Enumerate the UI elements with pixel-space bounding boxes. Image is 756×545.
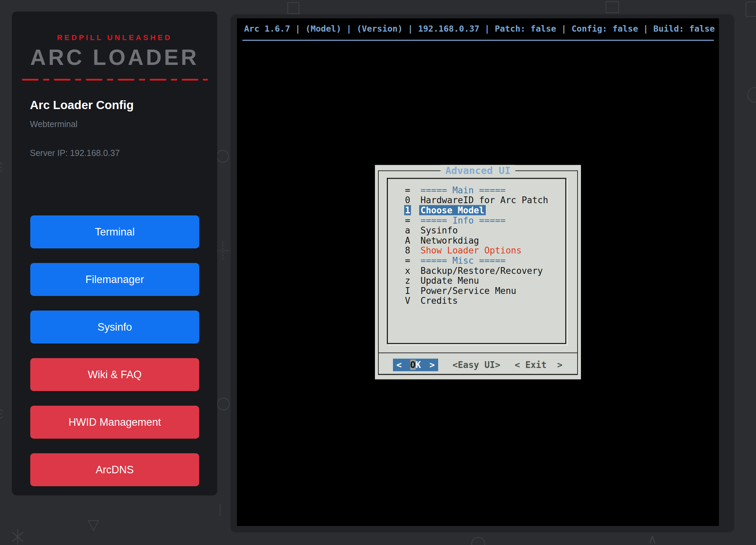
sidebar: REDPILL UNLEASHED ARC LOADER Arc Loader … xyxy=(12,12,217,495)
menu-key: 0 xyxy=(404,195,411,205)
asterisk-icon xyxy=(10,529,26,545)
menu-item-sysinfo[interactable]: a Sysinfo xyxy=(388,225,565,235)
menu-label: ===== Misc ===== xyxy=(420,255,505,265)
menu-label: Choose Model xyxy=(419,205,486,215)
circle-outline-icon xyxy=(216,150,229,163)
menu-item-update-menu[interactable]: z Update Menu xyxy=(388,276,565,286)
ok-label: OK xyxy=(410,360,421,370)
menu-item-hardwareid[interactable]: 0 HardwareID for Arc Patch xyxy=(388,195,565,205)
wiki-faq-button[interactable]: Wiki & FAQ xyxy=(30,358,199,391)
square-outline-icon xyxy=(287,2,299,14)
caret-icon: ∧ xyxy=(648,533,657,545)
menu-item-show-loader-options[interactable]: 8 Show Loader Options xyxy=(388,245,565,256)
arcdns-button[interactable]: ArcDNS xyxy=(30,453,199,486)
terminal-panel: Arc 1.6.7 | (Model) | (Version) | 192.16… xyxy=(230,14,734,532)
menu-key: x xyxy=(404,265,411,276)
menu-key: V xyxy=(404,296,411,306)
arc-loader-page: ▽ ∧ REDPILL UNLEASHED ARC LOADER Arc Loa… xyxy=(0,0,756,545)
easy-ui-button[interactable]: <Easy UI> xyxy=(452,358,500,371)
menu-key: = xyxy=(404,185,411,195)
server-ip-label: Server IP: 192.168.0.37 xyxy=(30,148,217,158)
menu-item-credits[interactable]: V Credits xyxy=(388,296,565,306)
menu-item-power-service[interactable]: I Power/Service Menu xyxy=(388,285,565,296)
burst-icon xyxy=(0,157,11,176)
status-bar-underline xyxy=(242,40,714,41)
menu-label: Backup/Restore/Recovery xyxy=(420,265,543,276)
menu-key: = xyxy=(404,255,411,265)
menu-item-info-header[interactable]: = ===== Info ===== xyxy=(388,215,565,225)
brand-redpill-text: REDPILL UNLEASHED xyxy=(12,33,217,42)
menu-key: a xyxy=(404,225,411,235)
tick-icon xyxy=(220,504,221,516)
terminal-screen[interactable]: Arc 1.6.7 | (Model) | (Version) | 192.16… xyxy=(237,18,719,526)
ok-left-bracket: < xyxy=(396,360,402,370)
menu-label: Sysinfo xyxy=(420,225,458,235)
brand-dashed-rule xyxy=(22,79,208,81)
exit-button[interactable]: < Exit > xyxy=(515,358,563,371)
terminal-button[interactable]: Terminal xyxy=(30,215,199,248)
dialog-button-separator xyxy=(378,353,578,353)
menu-item-backup-restore[interactable]: x Backup/Restore/Recovery xyxy=(388,265,565,276)
dialog-button-row: < OK > <Easy UI> < Exit > xyxy=(393,358,563,371)
hwid-management-button[interactable]: HWID Management xyxy=(30,406,199,439)
menu-key: z xyxy=(404,276,411,286)
menu-label: Power/Service Menu xyxy=(420,285,516,296)
menu-label: Show Loader Options xyxy=(420,245,521,256)
menu-label: Credits xyxy=(420,296,458,306)
brand-arcloader-text: ARC LOADER xyxy=(12,45,217,70)
filemanager-button[interactable]: Filemanager xyxy=(30,263,199,296)
square-outline-icon xyxy=(745,1,756,17)
advanced-ui-dialog: Advanced UI = ===== Main ===== 0 Hardwar… xyxy=(375,165,581,380)
dialog-menu: = ===== Main ===== 0 HardwareID for Arc … xyxy=(387,178,566,344)
ok-cursor: O xyxy=(410,360,416,370)
terminal-status-bar: Arc 1.6.7 | (Model) | (Version) | 192.16… xyxy=(244,24,715,34)
page-title: Arc Loader Config xyxy=(30,98,217,112)
menu-key: A xyxy=(404,235,411,245)
burst-icon xyxy=(0,404,11,423)
menu-item-networkdiag[interactable]: A Networkdiag xyxy=(388,235,565,245)
menu-key: I xyxy=(404,285,411,296)
circle-outline-icon xyxy=(471,537,485,545)
ok-rest: K xyxy=(416,360,421,370)
menu-label: ===== Info ===== xyxy=(420,215,505,225)
sidebar-button-list: Terminal Filemanager Sysinfo Wiki & FAQ … xyxy=(30,215,199,501)
menu-key: = xyxy=(404,215,411,225)
circle-outline-icon xyxy=(747,87,756,103)
ok-right-bracket: > xyxy=(429,360,435,370)
menu-item-main-header[interactable]: = ===== Main ===== xyxy=(388,185,565,195)
brand-logo: REDPILL UNLEASHED ARC LOADER xyxy=(12,33,217,81)
menu-label: Update Menu xyxy=(420,276,479,286)
sysinfo-button[interactable]: Sysinfo xyxy=(30,311,199,344)
triangle-outline-icon: ▽ xyxy=(88,517,99,532)
square-outline-icon xyxy=(605,1,619,13)
menu-item-choose-model[interactable]: 1 Choose Model xyxy=(388,205,565,215)
menu-item-misc-header[interactable]: = ===== Misc ===== xyxy=(388,256,565,266)
page-subtitle: Webterminal xyxy=(30,119,217,129)
menu-key: 8 xyxy=(404,245,411,256)
ok-button[interactable]: < OK > xyxy=(393,358,438,371)
menu-label: HardwareID for Arc Patch xyxy=(420,195,548,205)
menu-label: ===== Main ===== xyxy=(420,185,505,195)
circle-outline-icon xyxy=(217,398,230,410)
menu-label: Networkdiag xyxy=(420,235,479,245)
menu-key: 1 xyxy=(404,205,411,215)
dialog-title: Advanced UI xyxy=(441,165,515,176)
